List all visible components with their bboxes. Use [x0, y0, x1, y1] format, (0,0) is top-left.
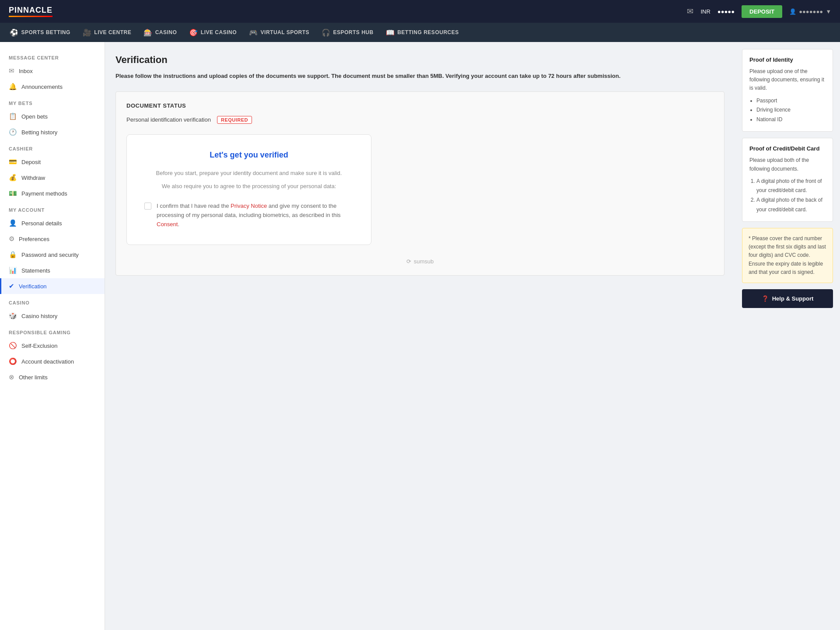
consent-checkbox[interactable]: [144, 203, 151, 210]
sidebar-item-personal-details[interactable]: 👤 Personal details: [0, 215, 105, 231]
proof-of-identity-card: Proof of Identity Please upload one of t…: [742, 49, 833, 132]
sidebar-item-preferences[interactable]: ⚙ Preferences: [0, 231, 105, 247]
sidebar-item-other-limits[interactable]: ⊗ Other limits: [0, 369, 105, 385]
nav-live-casino[interactable]: 🎯 LIVE CASINO: [184, 23, 242, 42]
doc-status-row: Personal identification verification REQ…: [126, 116, 714, 124]
sports-icon: ⚽: [10, 28, 19, 37]
sidebar-label-betting-history: Betting history: [21, 129, 57, 136]
nav-live-centre[interactable]: 🎥 LIVE CENTRE: [77, 23, 136, 42]
sidebar-item-password-security[interactable]: 🔒 Password and security: [0, 247, 105, 262]
help-support-button[interactable]: ❓ Help & Support: [742, 289, 833, 308]
sidebar-item-casino-history[interactable]: 🎲 Casino history: [0, 308, 105, 324]
help-icon: ❓: [762, 295, 769, 302]
consent-link[interactable]: Consent: [157, 221, 178, 228]
sidebar-label-verification: Verification: [19, 283, 47, 290]
virtual-sports-icon: 🎮: [249, 28, 258, 37]
sidebar-item-verification[interactable]: ✔ Verification: [0, 278, 105, 294]
currency-label: INR: [700, 8, 710, 15]
list-item: A digital photo of the front of your cre…: [756, 177, 826, 196]
proof-of-card-description: Please upload both of the following docu…: [749, 156, 826, 173]
privacy-notice-link[interactable]: Privacy Notice: [231, 203, 267, 209]
nav-sports-betting[interactable]: ⚽ SPORTS BETTING: [4, 23, 76, 42]
chevron-down-icon: ▼: [826, 8, 831, 15]
top-navigation: PINNACLE ✉ INR ●●●●● DEPOSIT 👤 ●●●●●●● ▼: [0, 0, 840, 23]
sidebar-label-self-exclusion: Self-Exclusion: [21, 343, 57, 349]
help-label: Help & Support: [772, 295, 814, 302]
sumsub-icon: ⟳: [406, 258, 411, 265]
verify-card-title: Let's get you verified: [144, 150, 354, 160]
sidebar-label-payment-methods: Payment methods: [21, 190, 67, 197]
sidebar-label-personal-details: Personal details: [21, 220, 62, 227]
sidebar-section-my-bets: MY BETS: [0, 94, 105, 108]
betting-resources-icon: 📖: [386, 28, 395, 37]
proof-of-identity-list: Passport Driving licence National ID: [756, 96, 826, 125]
preferences-icon: ⚙: [9, 235, 14, 243]
balance-value: ●●●●●: [718, 8, 735, 15]
sidebar-item-announcements[interactable]: 🔔 Announcements: [0, 79, 105, 94]
nav-virtual-sports[interactable]: 🎮 VIRTUAL SPORTS: [244, 23, 315, 42]
list-item: Passport: [756, 96, 826, 106]
deposit-button[interactable]: DEPOSIT: [742, 5, 782, 18]
nav-casino-label: CASINO: [155, 29, 177, 35]
list-item: Driving licence: [756, 105, 826, 115]
esports-icon: 🎧: [322, 28, 331, 37]
user-area[interactable]: 👤 ●●●●●●● ▼: [789, 8, 831, 15]
logo[interactable]: PINNACLE: [9, 6, 52, 17]
main-layout: MESSAGE CENTER ✉ Inbox 🔔 Announcements M…: [0, 42, 840, 630]
verify-card: Let's get you verified Before you start,…: [126, 134, 371, 245]
announcements-icon: 🔔: [9, 83, 17, 91]
casino-icon: 🎰: [144, 28, 153, 37]
sidebar-item-deposit[interactable]: 💳 Deposit: [0, 154, 105, 170]
proof-of-identity-description: Please upload one of the following docum…: [749, 67, 826, 93]
sidebar-section-cashier: CASHIER: [0, 140, 105, 154]
logo-text: PINNACLE: [9, 6, 52, 15]
nav-esports-hub[interactable]: 🎧 ESPORTS HUB: [316, 23, 379, 42]
consent-text: I confirm that I have read the Privacy N…: [157, 202, 354, 229]
betting-history-icon: 🕐: [9, 128, 17, 136]
live-casino-icon: 🎯: [189, 28, 198, 37]
sidebar-item-open-bets[interactable]: 📋 Open bets: [0, 108, 105, 124]
username: ●●●●●●●: [799, 8, 823, 15]
main-content: Verification Please follow the instructi…: [105, 42, 735, 630]
sidebar-item-self-exclusion[interactable]: 🚫 Self-Exclusion: [0, 338, 105, 354]
sidebar-label-account-deactivation: Account deactivation: [21, 358, 74, 365]
nav-casino[interactable]: 🎰 CASINO: [138, 23, 182, 42]
sidebar-label-open-bets: Open bets: [21, 113, 48, 120]
nav-virtual-label: VIRTUAL SPORTS: [261, 29, 309, 35]
sidebar-item-payment-methods[interactable]: 💵 Payment methods: [0, 186, 105, 201]
sidebar-section-responsible-gaming: RESPONSIBLE GAMING: [0, 324, 105, 338]
sidebar-label-statements: Statements: [21, 267, 50, 274]
sidebar-label-preferences: Preferences: [19, 236, 49, 242]
sidebar-label-other-limits: Other limits: [19, 374, 48, 381]
payment-methods-icon: 💵: [9, 189, 17, 197]
sidebar-item-betting-history[interactable]: 🕐 Betting history: [0, 124, 105, 140]
proof-of-card-list: A digital photo of the front of your cre…: [756, 177, 826, 214]
sidebar-item-withdraw[interactable]: 💰 Withdraw: [0, 170, 105, 186]
required-badge: REQUIRED: [217, 116, 252, 124]
nav-live-label: LIVE CENTRE: [94, 29, 131, 35]
sidebar-item-inbox[interactable]: ✉ Inbox: [0, 63, 105, 79]
nav-resources-label: BETTING RESOURCES: [397, 29, 459, 35]
sidebar-section-my-account: MY ACCOUNT: [0, 201, 105, 215]
sidebar-label-password-security: Password and security: [21, 252, 79, 258]
list-item: National ID: [756, 115, 826, 125]
sidebar-item-account-deactivation[interactable]: ⭕ Account deactivation: [0, 354, 105, 369]
inbox-icon: ✉: [9, 67, 14, 75]
sidebar-section-casino: CASINO: [0, 294, 105, 308]
nav-betting-resources[interactable]: 📖 BETTING RESOURCES: [381, 23, 464, 42]
sidebar: MESSAGE CENTER ✉ Inbox 🔔 Announcements M…: [0, 42, 105, 630]
password-icon: 🔒: [9, 251, 17, 259]
secondary-navigation: ⚽ SPORTS BETTING 🎥 LIVE CENTRE 🎰 CASINO …: [0, 23, 840, 42]
consent-text-end: .: [178, 221, 179, 228]
sumsub-logo: ⟳ sumsub: [126, 258, 714, 265]
sidebar-label-inbox: Inbox: [19, 68, 33, 74]
top-nav-right: ✉ INR ●●●●● DEPOSIT 👤 ●●●●●●● ▼: [687, 5, 831, 18]
live-centre-icon: 🎥: [83, 28, 92, 37]
mail-icon[interactable]: ✉: [687, 7, 693, 16]
sidebar-label-deposit: Deposit: [21, 159, 41, 165]
sidebar-label-announcements: Announcements: [21, 84, 63, 90]
account-deactivation-icon: ⭕: [9, 357, 17, 365]
warning-card: * Please cover the card number (except t…: [742, 228, 833, 283]
proof-of-identity-title: Proof of Identity: [749, 56, 826, 63]
sidebar-item-statements[interactable]: 📊 Statements: [0, 262, 105, 278]
